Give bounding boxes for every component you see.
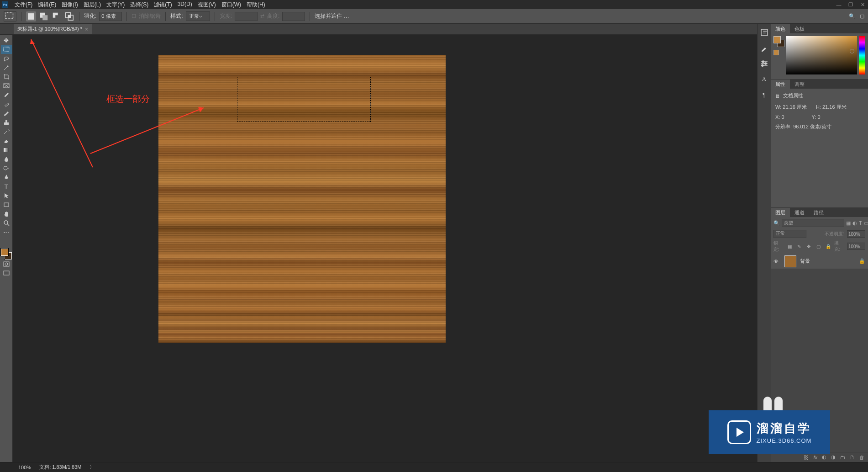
lock-pos-icon[interactable]: ✥ (805, 243, 812, 250)
toolbar-more-icon[interactable]: ⋯ (1, 228, 12, 237)
new-group-icon[interactable]: 🗀 (840, 455, 845, 460)
minimize-icon[interactable]: — (835, 2, 842, 8)
search-icon[interactable]: 🔍 (849, 13, 855, 19)
filter-adjust-icon[interactable]: ◐ (852, 219, 857, 227)
document-tab[interactable]: 未标题-1 @ 100%(RGB/8#) * × (14, 24, 92, 34)
new-fill-icon[interactable]: ◑ (831, 454, 836, 460)
blend-mode-select[interactable]: 正常 (773, 230, 806, 238)
tab-channels[interactable]: 通道 (790, 208, 809, 217)
canvas-area[interactable]: 框选一部分 (13, 35, 868, 462)
selection-intersect-icon[interactable] (64, 11, 74, 21)
menu-filter[interactable]: 滤镜(T) (154, 1, 172, 9)
canvas-document[interactable] (158, 55, 446, 343)
layer-fx-icon[interactable]: fx (813, 455, 817, 460)
menu-layer[interactable]: 图层(L) (84, 1, 101, 9)
zoom-tool-icon[interactable] (1, 218, 12, 228)
pen-tool-icon[interactable] (1, 173, 12, 182)
panel-fg-color-icon[interactable] (773, 36, 781, 43)
tab-adjust[interactable]: 调整 (790, 80, 809, 89)
eye-visibility-icon[interactable]: 👁 (773, 259, 781, 264)
crop-tool-icon[interactable] (1, 72, 12, 81)
menu-select[interactable]: 选择(S) (130, 1, 148, 9)
shape-tool-icon[interactable] (1, 200, 12, 209)
path-select-tool-icon[interactable] (1, 191, 12, 200)
filter-shape-icon[interactable]: ▭ (864, 219, 868, 227)
tool-preset-icon[interactable] (4, 11, 16, 21)
menu-window[interactable]: 窗口(W) (221, 1, 241, 9)
color-wells[interactable] (1, 249, 12, 260)
close-icon[interactable]: ✕ (859, 2, 866, 8)
fill-input[interactable] (847, 243, 865, 250)
workspace-icon[interactable]: ▢ (860, 13, 864, 19)
maximize-icon[interactable]: ❐ (847, 2, 854, 8)
brushes-panel-icon[interactable] (759, 43, 769, 53)
filter-image-icon[interactable]: ▦ (846, 219, 851, 227)
eyedropper-tool-icon[interactable] (1, 90, 12, 100)
menu-image[interactable]: 图像(I) (62, 1, 78, 9)
move-tool-icon[interactable]: ✥ (1, 36, 12, 45)
edit-toolbar-icon[interactable]: ⋯ (1, 237, 12, 246)
stamp-tool-icon[interactable] (1, 118, 12, 127)
brush-tool-icon[interactable] (1, 109, 12, 118)
history-brush-tool-icon[interactable] (1, 127, 12, 136)
lock-nest-icon[interactable]: ▢ (815, 243, 822, 250)
adjustments-panel-icon[interactable] (759, 58, 769, 69)
new-layer-icon[interactable]: 🗋 (850, 455, 855, 460)
marquee-tool-icon[interactable] (1, 45, 12, 54)
layer-row[interactable]: 👁 背景 🔒 (771, 254, 868, 269)
layer-thumbnail[interactable] (784, 255, 796, 267)
lock-all-icon[interactable]: 🔒 (825, 243, 831, 250)
tab-swatches[interactable]: 色板 (790, 24, 809, 33)
menu-type[interactable]: 文字(Y) (106, 1, 125, 9)
lock-brush-icon[interactable]: ✎ (796, 243, 803, 250)
tab-layers[interactable]: 图层 (771, 208, 790, 217)
status-chevron-icon[interactable]: 〉 (89, 464, 95, 471)
color-picker-field[interactable] (786, 36, 857, 74)
feather-input[interactable] (99, 12, 122, 21)
delete-layer-icon[interactable]: 🗑 (859, 455, 864, 460)
layer-mask-icon[interactable]: ◐ (822, 454, 826, 460)
swap-icon: ⇄ (260, 13, 264, 19)
doc-size-label[interactable]: 文档: 1.83M/1.83M (39, 464, 81, 471)
selection-add-icon[interactable] (39, 11, 49, 21)
text-tool-icon[interactable]: T (1, 182, 12, 191)
frame-tool-icon[interactable] (1, 81, 12, 90)
panel-color-wells[interactable] (773, 36, 784, 47)
menu-file[interactable]: 文件(F) (15, 1, 32, 9)
healing-brush-tool-icon[interactable] (1, 100, 12, 109)
history-panel-icon[interactable] (759, 27, 769, 37)
magic-wand-tool-icon[interactable] (1, 63, 12, 72)
quick-mask-icon[interactable] (1, 260, 12, 269)
filter-text-icon[interactable]: T (859, 219, 862, 227)
zoom-level[interactable]: 100% (18, 465, 31, 470)
close-tab-icon[interactable]: × (85, 26, 88, 32)
foreground-color-icon[interactable] (1, 249, 8, 256)
char-panel-icon[interactable]: A (759, 74, 769, 84)
annotation-label: 框选一部分 (106, 93, 150, 105)
paragraph-panel-icon[interactable]: ¶ (759, 90, 769, 100)
link-layers-icon[interactable]: ⛓ (804, 455, 809, 460)
menu-help[interactable]: 帮助(H) (247, 1, 265, 9)
selection-new-icon[interactable] (26, 11, 36, 21)
screen-mode-icon[interactable] (1, 269, 12, 278)
selection-subtract-icon[interactable] (52, 11, 62, 21)
dodge-tool-icon[interactable] (1, 164, 12, 173)
tab-paths[interactable]: 路径 (809, 208, 828, 217)
lock-pixel-icon[interactable]: ▦ (786, 243, 793, 250)
hand-tool-icon[interactable] (1, 209, 12, 218)
tab-properties[interactable]: 属性 (771, 80, 790, 89)
layer-filter-select[interactable] (782, 219, 844, 227)
style-select[interactable]: 正常 ⌵ (186, 11, 210, 21)
gradient-tool-icon[interactable] (1, 145, 12, 154)
layer-name-label[interactable]: 背景 (800, 258, 855, 265)
menu-edit[interactable]: 编辑(E) (38, 1, 56, 9)
select-mask-button[interactable]: 选择并遮住 … (315, 12, 349, 20)
tab-color[interactable]: 颜色 (771, 24, 790, 33)
menu-view[interactable]: 视图(V) (198, 1, 216, 9)
blur-tool-icon[interactable] (1, 154, 12, 164)
opacity-input[interactable] (847, 230, 865, 238)
hue-slider[interactable] (859, 36, 865, 74)
lasso-tool-icon[interactable] (1, 54, 12, 63)
menu-3d[interactable]: 3D(D) (178, 1, 192, 9)
eraser-tool-icon[interactable] (1, 136, 12, 145)
